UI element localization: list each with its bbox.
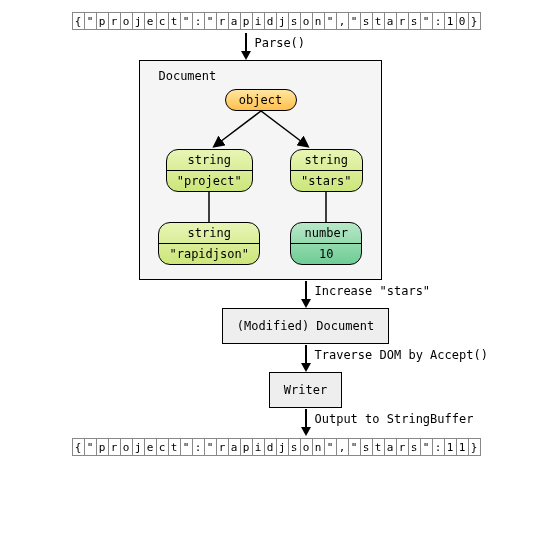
json-char: } [468, 12, 481, 30]
node-key2-type: string [291, 150, 362, 170]
node-root-type: object [226, 90, 296, 110]
node-key1: string "project" [166, 149, 253, 192]
node-val1-value: "rapidjson" [159, 244, 258, 264]
svg-line-1 [261, 111, 306, 145]
node-key1-value: "project" [167, 171, 252, 191]
connector-root [171, 111, 351, 149]
arrow-output: Output to StringBuffer [301, 408, 311, 436]
writer-box: Writer [269, 372, 342, 408]
writer-label: Writer [284, 383, 327, 397]
modified-document-box: (Modified) Document [222, 308, 389, 344]
node-key2: string "stars" [290, 149, 363, 192]
node-val1: string "rapidjson" [158, 222, 259, 265]
document-title: Document [158, 69, 362, 83]
node-val1-type: string [159, 223, 258, 243]
label-parse: Parse() [255, 36, 306, 50]
node-val2-type: number [291, 223, 361, 243]
node-key2-value: "stars" [291, 171, 362, 191]
document-box: Document object string [139, 60, 381, 280]
connector-k2 [316, 192, 336, 222]
arrow-increase: Increase "stars" [301, 280, 311, 308]
connector-k1 [199, 192, 219, 222]
arrow-traverse: Traverse DOM by Accept() [301, 344, 311, 372]
node-val2: number 10 [290, 222, 362, 265]
label-increase: Increase "stars" [315, 284, 431, 298]
output-json-row: {"project":"rapidjson","stars":11} [72, 438, 480, 456]
label-traverse: Traverse DOM by Accept() [315, 348, 488, 362]
node-key1-type: string [167, 150, 252, 170]
svg-line-0 [216, 111, 261, 145]
arrow-parse: Parse() [241, 32, 251, 60]
label-output: Output to StringBuffer [315, 412, 474, 426]
node-val2-value: 10 [291, 244, 361, 264]
json-char: } [468, 438, 481, 456]
input-json-row: {"project":"rapidjson","stars":10} [72, 12, 480, 30]
node-root-object: object [225, 89, 297, 111]
modified-document-label: (Modified) Document [237, 319, 374, 333]
